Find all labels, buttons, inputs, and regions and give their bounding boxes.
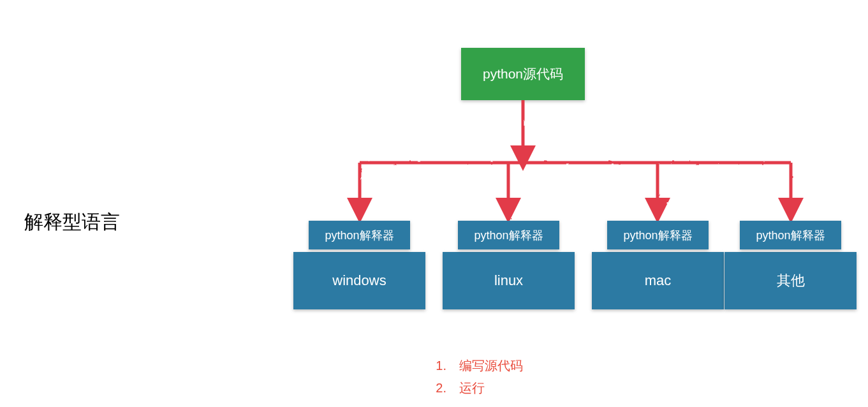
arrows-svg (0, 0, 868, 407)
steps-list: 编写源代码运行 (421, 355, 523, 399)
platform-box-mac: mac (592, 252, 724, 309)
step-item: 运行 (421, 377, 523, 399)
step-item: 编写源代码 (421, 355, 523, 377)
source-code-label: python源代码 (483, 65, 563, 83)
platform-box-windows: windows (293, 252, 425, 309)
interpreter-box: python解释器 (309, 221, 410, 249)
platform-box-linux: linux (443, 252, 575, 309)
platform-box-其他: 其他 (725, 252, 857, 309)
interpreter-box: python解释器 (458, 221, 559, 249)
source-code-box: python源代码 (461, 48, 585, 100)
interpreter-box: python解释器 (740, 221, 841, 249)
diagram-title: 解释型语言 (24, 209, 120, 235)
interpreter-box: python解释器 (607, 221, 709, 249)
